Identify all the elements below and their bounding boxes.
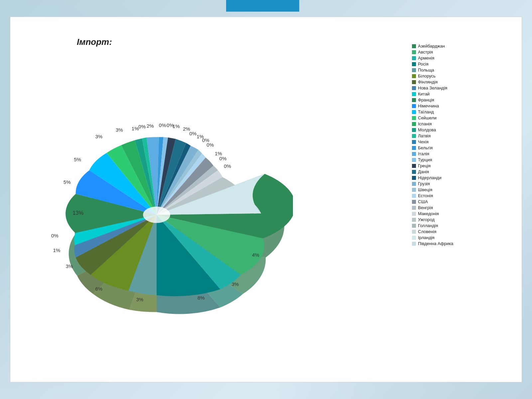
legend-item: Німеччина	[412, 103, 515, 108]
legend-label: Нідерланди	[418, 175, 442, 180]
svg-text:3%: 3%	[232, 282, 239, 287]
legend-label: Македонія	[418, 211, 439, 216]
svg-text:3%: 3%	[66, 263, 73, 269]
svg-text:1%: 1%	[132, 126, 139, 131]
svg-text:0%: 0%	[206, 142, 214, 148]
chart-area: 26% 4% 3% 8% 3% 6% 3% 1% 0%	[20, 50, 293, 372]
legend-label: Китай	[418, 91, 430, 96]
legend-label: Німеччина	[418, 103, 439, 108]
legend-label: Таїланд	[418, 109, 434, 114]
legend-label: Греція	[418, 163, 431, 168]
legend-color-box	[412, 212, 416, 216]
legend-color-box	[412, 116, 416, 120]
legend-label: Данія	[418, 169, 429, 174]
legend-label: Чехія	[418, 139, 429, 144]
legend-color-box	[412, 44, 416, 48]
legend-item: Польща	[412, 67, 515, 72]
legend-label: Італія	[418, 151, 429, 156]
legend-color-box	[412, 164, 416, 168]
legend-item: Голландія	[412, 223, 515, 228]
legend-item: США	[412, 199, 515, 204]
svg-text:0%: 0%	[159, 122, 166, 128]
legend-label: Венгрія	[418, 205, 433, 210]
legend-item: Ірландія	[412, 235, 515, 240]
legend-item: Молдова	[412, 127, 515, 132]
legend-label: Іспанія	[418, 121, 432, 126]
legend-label: Сейшели	[418, 115, 437, 120]
legend-item: Іспанія	[412, 121, 515, 126]
legend-item: Венгрія	[412, 205, 515, 210]
legend-color-box	[412, 158, 416, 162]
legend-color-box	[412, 110, 416, 114]
legend-color-box	[412, 104, 416, 108]
legend-label: Ужгород	[418, 217, 435, 222]
chart-title: Імпорт:	[77, 37, 112, 47]
legend-label: Грузія	[418, 181, 430, 186]
svg-text:3%: 3%	[136, 297, 144, 302]
legend-label: Словенія	[418, 229, 436, 234]
legend-label: Білорусь	[418, 73, 436, 78]
legend-color-box	[412, 170, 416, 174]
legend-color-box	[412, 176, 416, 180]
legend-color-box	[412, 74, 416, 78]
legend-color-box	[412, 188, 416, 192]
legend-item: Таїланд	[412, 109, 515, 114]
legend-color-box	[412, 134, 416, 138]
legend-label: Азейбарджан	[418, 44, 445, 49]
svg-text:5%: 5%	[64, 179, 71, 185]
legend-label: США	[418, 199, 428, 204]
legend-color-box	[412, 80, 416, 84]
legend-item: Фінляндія	[412, 79, 515, 84]
legend-label: Нова Зеландія	[418, 85, 447, 90]
legend-item: Сейшели	[412, 115, 515, 120]
legend-color-box	[412, 224, 416, 228]
legend-item: Швеція	[412, 187, 515, 192]
legend-color-box	[412, 98, 416, 102]
legend-color-box	[412, 128, 416, 132]
legend-color-box	[412, 206, 416, 210]
legend-item: Арменія	[412, 56, 515, 61]
svg-text:1%: 1%	[53, 247, 60, 253]
svg-text:3%: 3%	[95, 134, 103, 139]
svg-text:0%: 0%	[189, 131, 197, 136]
legend-color-box	[412, 230, 416, 234]
legend-item: Бельгія	[412, 145, 515, 150]
legend-label: Ірландія	[418, 235, 435, 240]
legend-item: Австрія	[412, 50, 515, 55]
legend-item: Італія	[412, 151, 515, 156]
svg-point-28	[143, 206, 170, 223]
svg-text:5%: 5%	[74, 157, 81, 162]
legend-label: Естонія	[418, 193, 433, 198]
legend-item: Македонія	[412, 211, 515, 216]
legend-item: Грузія	[412, 181, 515, 186]
legend-color-box	[412, 140, 416, 144]
legend-label: Південна Африка	[418, 241, 453, 246]
legend-color-box	[412, 194, 416, 198]
svg-text:0%: 0%	[219, 156, 227, 161]
legend-color-box	[412, 122, 416, 126]
legend-item: Данія	[412, 169, 515, 174]
svg-text:1%: 1%	[173, 123, 180, 129]
legend-color-box	[412, 236, 416, 240]
legend-item: Естонія	[412, 193, 515, 198]
legend-item: Латвія	[412, 133, 515, 138]
legend-label: Голландія	[418, 223, 438, 228]
legend-color-box	[412, 182, 416, 186]
legend-label: Молдова	[418, 127, 436, 132]
svg-text:0%: 0%	[224, 163, 231, 169]
svg-text:0%: 0%	[138, 124, 146, 129]
legend-color-box	[412, 68, 416, 72]
legend-item: Ужгород	[412, 217, 515, 222]
legend-label: Швеція	[418, 187, 432, 192]
legend-label: Фінляндія	[418, 79, 438, 84]
svg-text:0%: 0%	[51, 233, 59, 238]
legend-item: Азейбарджан	[412, 44, 515, 49]
legend-label: Бельгія	[418, 145, 433, 150]
legend-item: Франція	[412, 97, 515, 102]
legend-color-box	[412, 50, 416, 54]
legend-color-box	[412, 218, 416, 222]
svg-text:4%: 4%	[252, 252, 259, 258]
legend-item: Росія	[412, 62, 515, 66]
legend-color-box	[412, 86, 416, 90]
svg-text:13%: 13%	[72, 210, 83, 216]
